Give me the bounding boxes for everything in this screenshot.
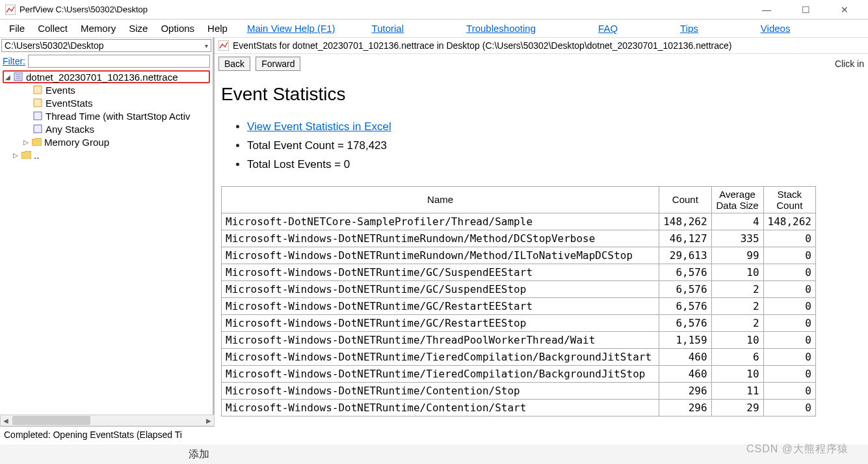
nav-row: Back Forward Click in bbox=[215, 54, 868, 74]
maximize-button[interactable]: ☐ bbox=[793, 5, 819, 15]
folder-icon bbox=[21, 150, 32, 159]
menu-size[interactable]: Size bbox=[122, 21, 154, 35]
window-controls: — ☐ ✕ bbox=[754, 5, 858, 15]
tree-item-events[interactable]: Events bbox=[3, 83, 210, 96]
content-area: Event Statistics View Event Statistics i… bbox=[215, 74, 868, 423]
cell-avg: 10 bbox=[711, 331, 763, 348]
cell-count: 296 bbox=[659, 399, 711, 416]
tree-item-anystacks[interactable]: Any Stacks bbox=[3, 122, 210, 135]
menu-memory[interactable]: Memory bbox=[74, 21, 122, 35]
bottom-cn-text: 添加 bbox=[189, 448, 209, 461]
svg-rect-5 bbox=[34, 86, 42, 94]
tree-root[interactable]: ◢ dotnet_20230701_102136.nettrace bbox=[3, 70, 210, 83]
minimize-button[interactable]: — bbox=[754, 5, 780, 15]
doc-icon bbox=[33, 111, 44, 120]
file-tree: ◢ dotnet_20230701_102136.nettrace Events… bbox=[0, 69, 213, 424]
left-pane: C:\Users\50302\Desktop ▾ Filter: ◢ dotne… bbox=[0, 38, 215, 424]
link-tips[interactable]: Tips bbox=[675, 21, 704, 35]
tree-item-memorygroup[interactable]: ▷Memory Group bbox=[3, 135, 210, 148]
cell-name: Microsoft-Windows-DotNETRuntime/GC/Resta… bbox=[222, 297, 659, 314]
cell-stack: 148,262 bbox=[763, 213, 815, 230]
link-tutorial[interactable]: Tutorial bbox=[367, 21, 409, 35]
table-row[interactable]: Microsoft-Windows-DotNETRuntime/GC/Suspe… bbox=[222, 280, 816, 297]
table-row[interactable]: Microsoft-Windows-DotNETRuntime/GC/Resta… bbox=[222, 297, 816, 314]
hint-text: Click in bbox=[835, 59, 864, 69]
cell-count: 29,613 bbox=[659, 247, 711, 264]
total-event-count: Total Event Count = 178,423 bbox=[247, 137, 861, 156]
menu-file[interactable]: File bbox=[3, 21, 31, 35]
cell-avg: 2 bbox=[711, 314, 763, 331]
cell-count: 460 bbox=[659, 348, 711, 365]
expand-icon[interactable]: ▷ bbox=[22, 139, 30, 146]
subtitle-text: EventStats for dotnet_20230701_102136.ne… bbox=[233, 40, 731, 51]
link-view-excel[interactable]: View Event Statistics in Excel bbox=[247, 120, 391, 133]
cell-avg: 99 bbox=[711, 247, 763, 264]
close-button[interactable]: ✕ bbox=[832, 5, 858, 15]
table-row[interactable]: Microsoft-DotNETCore-SampleProfiler/Thre… bbox=[222, 213, 816, 230]
horizontal-scrollbar[interactable]: ◀ ▶ bbox=[0, 415, 215, 426]
cell-stack: 0 bbox=[763, 264, 815, 280]
scroll-right-icon[interactable]: ▶ bbox=[204, 417, 214, 424]
cell-name: Microsoft-Windows-DotNETRuntime/TieredCo… bbox=[222, 365, 659, 382]
cell-stack: 0 bbox=[763, 297, 815, 314]
cell-avg: 11 bbox=[711, 382, 763, 399]
path-combo[interactable]: C:\Users\50302\Desktop ▾ bbox=[1, 39, 211, 52]
table-row[interactable]: Microsoft-Windows-DotNETRuntime/TieredCo… bbox=[222, 348, 816, 365]
table-row[interactable]: Microsoft-Windows-DotNETRuntime/Contenti… bbox=[222, 382, 816, 399]
cell-name: Microsoft-Windows-DotNETRuntime/ThreadPo… bbox=[222, 331, 659, 348]
table-row[interactable]: Microsoft-Windows-DotNETRuntime/ThreadPo… bbox=[222, 331, 816, 348]
tree-item-up[interactable]: ▷.. bbox=[3, 148, 210, 161]
table-row[interactable]: Microsoft-Windows-DotNETRuntime/Contenti… bbox=[222, 399, 816, 416]
tree-item-eventstats[interactable]: EventStats bbox=[3, 96, 210, 109]
cell-name: Microsoft-Windows-DotNETRuntime/Contenti… bbox=[222, 382, 659, 399]
cell-stack: 0 bbox=[763, 399, 815, 416]
link-troubleshooting[interactable]: Troubleshooting bbox=[461, 21, 541, 35]
cell-avg: 2 bbox=[711, 280, 763, 297]
doc-icon bbox=[33, 98, 44, 107]
cell-stack: 0 bbox=[763, 247, 815, 264]
chevron-down-icon: ▾ bbox=[205, 42, 208, 49]
cell-avg: 10 bbox=[711, 264, 763, 280]
table-row[interactable]: Microsoft-Windows-DotNETRuntime/TieredCo… bbox=[222, 365, 816, 382]
scroll-left-icon[interactable]: ◀ bbox=[1, 417, 11, 424]
folder-icon bbox=[32, 137, 42, 146]
filter-label[interactable]: Filter: bbox=[3, 56, 25, 66]
menu-help[interactable]: Help bbox=[201, 21, 234, 35]
cell-name: Microsoft-Windows-DotNETRuntimeRundown/M… bbox=[222, 230, 659, 247]
col-avg: Average Data Size bbox=[711, 186, 763, 213]
forward-button[interactable]: Forward bbox=[256, 57, 300, 71]
cell-avg: 10 bbox=[711, 365, 763, 382]
link-main-help[interactable]: Main View Help (F1) bbox=[242, 21, 341, 35]
table-row[interactable]: Microsoft-Windows-DotNETRuntimeRundown/M… bbox=[222, 247, 816, 264]
page-title: Event Statistics bbox=[221, 84, 861, 105]
table-row[interactable]: Microsoft-Windows-DotNETRuntime/GC/Suspe… bbox=[222, 264, 816, 280]
cell-stack: 0 bbox=[763, 382, 815, 399]
back-button[interactable]: Back bbox=[218, 57, 250, 71]
col-count: Count bbox=[659, 186, 711, 213]
cell-stack: 0 bbox=[763, 280, 815, 297]
menubar: File Collect Memory Size Options Help Ma… bbox=[0, 20, 868, 38]
collapse-icon[interactable]: ◢ bbox=[4, 74, 12, 81]
link-faq[interactable]: FAQ bbox=[593, 21, 623, 35]
table-row[interactable]: Microsoft-Windows-DotNETRuntime/GC/Resta… bbox=[222, 314, 816, 331]
menu-options[interactable]: Options bbox=[154, 21, 201, 35]
cell-avg: 2 bbox=[711, 297, 763, 314]
app-icon bbox=[5, 5, 16, 15]
cell-stack: 0 bbox=[763, 314, 815, 331]
cell-count: 6,576 bbox=[659, 264, 711, 280]
filter-input[interactable] bbox=[28, 55, 210, 68]
status-text: Completed: Opening EventStats (Elapsed T… bbox=[4, 430, 182, 440]
menu-collect[interactable]: Collect bbox=[31, 21, 74, 35]
link-videos[interactable]: Videos bbox=[756, 21, 796, 35]
tree-item-threadtime[interactable]: Thread Time (with StartStop Activ bbox=[3, 109, 210, 122]
subtitle-bar: EventStats for dotnet_20230701_102136.ne… bbox=[215, 38, 868, 54]
cell-avg: 4 bbox=[711, 213, 763, 230]
scroll-thumb[interactable] bbox=[12, 416, 90, 425]
cell-count: 6,576 bbox=[659, 314, 711, 331]
cell-stack: 0 bbox=[763, 348, 815, 365]
cell-count: 460 bbox=[659, 365, 711, 382]
expand-icon[interactable]: ▷ bbox=[12, 152, 20, 159]
cell-name: Microsoft-Windows-DotNETRuntime/GC/Suspe… bbox=[222, 280, 659, 297]
cell-name: Microsoft-Windows-DotNETRuntime/Contenti… bbox=[222, 399, 659, 416]
table-row[interactable]: Microsoft-Windows-DotNETRuntimeRundown/M… bbox=[222, 230, 816, 247]
